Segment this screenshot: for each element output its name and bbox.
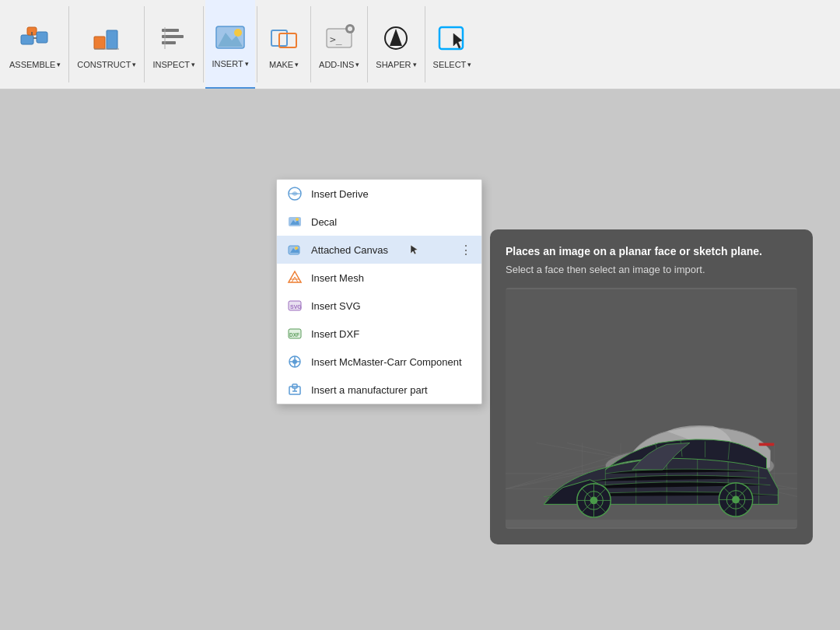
insert-derive-icon — [286, 185, 303, 202]
inspect-icon — [156, 19, 193, 57]
make-icon — [265, 19, 303, 57]
toolbar: ASSEMBLE ▾ CONSTRUCT ▾ — [0, 0, 840, 89]
construct-icon — [88, 19, 125, 57]
canvas-cursor-icon — [409, 244, 420, 255]
toolbar-group-shaper[interactable]: SHAPER ▾ — [369, 0, 422, 89]
toolbar-group-assemble[interactable]: ASSEMBLE ▾ — [3, 0, 67, 89]
attached-canvas-dots: ⋮ — [460, 243, 472, 257]
attached-canvas-label: Attached Canvas — [311, 244, 457, 256]
inspect-label: INSPECT ▾ — [152, 60, 195, 69]
toolbar-group-inspect[interactable]: INSPECT ▾ — [146, 0, 201, 89]
svg-point-32 — [295, 247, 298, 250]
toolbar-group-make[interactable]: MAKE ▾ — [259, 0, 309, 89]
toolbar-group-addins[interactable]: >_ ADD-INS ▾ — [313, 0, 366, 89]
svg-point-20 — [348, 26, 352, 31]
svg-point-14 — [234, 29, 242, 37]
toolbar-group-select[interactable]: SELECT ▾ — [427, 0, 478, 89]
menu-item-insert-mcmaster[interactable]: Insert McMaster-Carr Component — [277, 348, 481, 376]
menu-item-insert-dxf[interactable]: DXF Insert DXF — [277, 320, 481, 348]
menu-item-insert-derive[interactable]: Insert Derive — [277, 180, 481, 208]
svg-marker-24 — [453, 33, 462, 48]
divider-2 — [144, 6, 145, 82]
svg-rect-0 — [21, 35, 33, 44]
insert-manufacturer-icon — [286, 381, 303, 398]
preview-image — [506, 288, 797, 529]
insert-dxf-label: Insert DXF — [311, 328, 472, 340]
divider-3 — [203, 6, 204, 82]
menu-item-decal[interactable]: Decal — [277, 208, 481, 236]
insert-manufacturer-label: Insert a manufacturer part — [311, 384, 472, 396]
insert-svg-icon: SVG — [286, 297, 303, 314]
select-label: SELECT ▾ — [433, 60, 472, 69]
decal-icon — [286, 213, 303, 230]
toolbar-group-construct[interactable]: CONSTRUCT ▾ — [71, 0, 142, 89]
divider-1 — [68, 6, 69, 82]
assemble-icon — [16, 19, 54, 57]
preview-sub-text: Select a face then select an image to im… — [506, 264, 797, 275]
insert-mesh-label: Insert Mesh — [311, 272, 472, 284]
svg-rect-10 — [162, 41, 176, 44]
menu-item-insert-svg[interactable]: SVG Insert SVG — [277, 292, 481, 320]
insert-derive-label: Insert Derive — [311, 188, 472, 200]
svg-text:>_: >_ — [330, 33, 342, 45]
construct-label: CONSTRUCT ▾ — [77, 60, 136, 69]
select-icon — [433, 19, 471, 57]
preview-panel: Places an image on a planar face or sket… — [490, 229, 813, 544]
svg-text:SVG: SVG — [290, 304, 302, 310]
svg-rect-5 — [94, 37, 105, 49]
menu-item-insert-manufacturer[interactable]: Insert a manufacturer part — [277, 376, 481, 404]
insert-mesh-icon — [286, 269, 303, 286]
svg-rect-2 — [37, 32, 47, 43]
addins-icon: >_ — [320, 19, 358, 57]
insert-dropdown-menu: Insert Derive Decal Attach — [276, 179, 482, 404]
divider-5 — [310, 6, 311, 82]
toolbar-group-insert[interactable]: INSERT ▾ — [205, 0, 255, 89]
divider-6 — [367, 6, 368, 82]
svg-point-29 — [296, 218, 299, 221]
svg-rect-8 — [162, 29, 179, 32]
svg-rect-67 — [759, 443, 775, 446]
divider-7 — [425, 6, 425, 82]
svg-rect-6 — [107, 30, 117, 49]
insert-icon — [212, 19, 249, 56]
insert-dxf-icon: DXF — [286, 325, 303, 342]
insert-label: INSERT ▾ — [212, 59, 248, 68]
make-label: MAKE ▾ — [269, 60, 299, 69]
svg-marker-22 — [390, 29, 402, 46]
menu-item-insert-mesh[interactable]: Insert Mesh — [277, 264, 481, 292]
svg-marker-33 — [411, 245, 418, 254]
insert-mcmaster-icon — [286, 353, 303, 370]
preview-main-text: Places an image on a planar face or sket… — [506, 245, 797, 257]
insert-mcmaster-label: Insert McMaster-Carr Component — [311, 356, 472, 368]
main-content: Insert Derive Decal Attach — [0, 89, 840, 630]
decal-label: Decal — [311, 216, 472, 228]
insert-svg-label: Insert SVG — [311, 300, 472, 312]
car-preview-svg — [506, 288, 797, 529]
shaper-icon — [377, 19, 415, 57]
addins-label: ADD-INS ▾ — [319, 60, 359, 69]
svg-rect-88 — [506, 520, 797, 527]
svg-point-43 — [292, 359, 297, 364]
svg-text:DXF: DXF — [289, 332, 299, 338]
menu-item-attached-canvas[interactable]: Attached Canvas ⋮ — [277, 236, 481, 264]
divider-4 — [257, 6, 257, 82]
attached-canvas-icon — [286, 241, 303, 258]
shaper-label: SHAPER ▾ — [376, 60, 416, 69]
assemble-label: ASSEMBLE ▾ — [9, 60, 61, 69]
